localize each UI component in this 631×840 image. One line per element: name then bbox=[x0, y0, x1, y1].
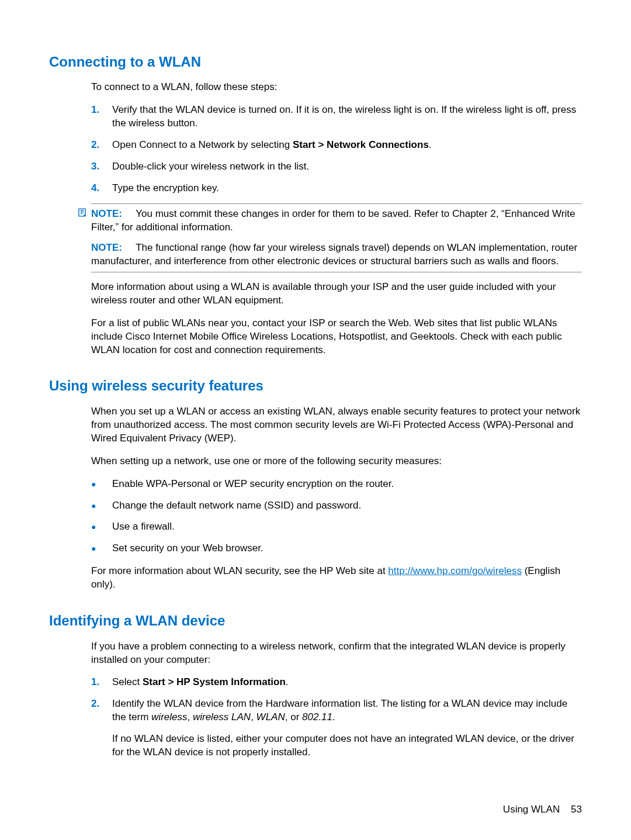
note-label: NOTE: bbox=[91, 208, 122, 219]
text: , bbox=[251, 711, 256, 723]
list-item: ● Set security on your Web browser. bbox=[91, 542, 582, 555]
step-number: 2. bbox=[91, 697, 112, 759]
text: Open Connect to a Network by selecting bbox=[112, 139, 293, 150]
list-item: 2. Identify the WLAN device from the Har… bbox=[91, 697, 582, 759]
text: . bbox=[286, 676, 289, 687]
step-text: Open Connect to a Network by selecting S… bbox=[112, 139, 582, 152]
list-item: 1. Verify that the WLAN device is turned… bbox=[91, 103, 582, 130]
note-text: You must commit these changes in order f… bbox=[91, 208, 575, 233]
step-text: Double-click your wireless network in th… bbox=[112, 160, 582, 174]
text: . bbox=[429, 139, 432, 150]
bullet-dot: ● bbox=[91, 499, 112, 513]
italic-text: wireless LAN bbox=[193, 711, 251, 723]
list-item: 2. Open Connect to a Network by selectin… bbox=[91, 139, 582, 152]
note-box: NOTE: You must commit these changes in o… bbox=[91, 203, 582, 272]
page-number: 53 bbox=[571, 804, 582, 815]
bold-text: Start > Network Connections bbox=[293, 139, 429, 150]
step-number: 4. bbox=[91, 182, 112, 195]
step-text: Type the encryption key. bbox=[112, 182, 582, 195]
section3-body: If you have a problem connecting to a wi… bbox=[91, 640, 582, 760]
text: For more information about WLAN security… bbox=[91, 565, 388, 576]
list-item: ● Use a firewall. bbox=[91, 520, 582, 534]
bullet-dot: ● bbox=[91, 542, 112, 555]
list-item: 4. Type the encryption key. bbox=[91, 182, 582, 195]
bullet-text: Change the default network name (SSID) a… bbox=[112, 499, 582, 513]
section1-body: To connect to a WLAN, follow these steps… bbox=[91, 81, 582, 357]
text: , or bbox=[285, 711, 302, 723]
step-number: 2. bbox=[91, 139, 112, 152]
bullet-list: ● Enable WPA-Personal or WEP security en… bbox=[91, 478, 582, 556]
list-item: ● Change the default network name (SSID)… bbox=[91, 499, 582, 513]
note-label: NOTE: bbox=[91, 242, 122, 253]
page-footer: Using WLAN 53 bbox=[503, 803, 582, 817]
heading-connecting: Connecting to a WLAN bbox=[49, 53, 582, 71]
paragraph: If you have a problem connecting to a wi… bbox=[91, 640, 582, 667]
text: Select bbox=[112, 676, 143, 687]
note-entry: NOTE: You must commit these changes in o… bbox=[91, 208, 582, 234]
step-text: Select Start > HP System Information. bbox=[112, 676, 582, 689]
bullet-dot: ● bbox=[91, 520, 112, 534]
bold-text: Start > HP System Information bbox=[143, 676, 286, 687]
text: . bbox=[332, 711, 335, 723]
paragraph: For a list of public WLANs near you, con… bbox=[91, 317, 582, 357]
bullet-text: Set security on your Web browser. bbox=[112, 542, 582, 555]
hp-wireless-link[interactable]: http://www.hp.com/go/wireless bbox=[388, 565, 522, 576]
list-item: ● Enable WPA-Personal or WEP security en… bbox=[91, 478, 582, 491]
note-entry: NOTE: The functional range (how far your… bbox=[91, 241, 582, 268]
step-text: Identify the WLAN device from the Hardwa… bbox=[112, 697, 582, 759]
bullet-text: Enable WPA-Personal or WEP security encr… bbox=[112, 478, 582, 491]
note-icon bbox=[77, 208, 91, 234]
note-text: The functional range (how far your wirel… bbox=[91, 242, 577, 267]
intro-text: To connect to a WLAN, follow these steps… bbox=[91, 81, 582, 94]
footer-text: Using WLAN bbox=[503, 804, 560, 815]
paragraph: For more information about WLAN security… bbox=[91, 565, 582, 592]
heading-identifying: Identifying a WLAN device bbox=[49, 611, 582, 630]
paragraph: When you set up a WLAN or access an exis… bbox=[91, 405, 582, 445]
paragraph: If no WLAN device is listed, either your… bbox=[112, 732, 582, 759]
list-item: 1. Select Start > HP System Information. bbox=[91, 676, 582, 689]
list-item: 3. Double-click your wireless network in… bbox=[91, 160, 582, 174]
step-number: 3. bbox=[91, 160, 112, 174]
document-page: Connecting to a WLAN To connect to a WLA… bbox=[0, 0, 631, 840]
paragraph: More information about using a WLAN is a… bbox=[91, 281, 582, 307]
italic-text: wireless bbox=[151, 711, 187, 723]
step-number: 1. bbox=[91, 676, 112, 689]
italic-text: WLAN bbox=[256, 711, 285, 723]
step-number: 1. bbox=[91, 103, 112, 130]
steps-list: 1. Verify that the WLAN device is turned… bbox=[91, 103, 582, 195]
italic-text: 802.11 bbox=[302, 711, 332, 723]
step-text: Verify that the WLAN device is turned on… bbox=[112, 103, 582, 130]
section2-body: When you set up a WLAN or access an exis… bbox=[91, 405, 582, 592]
bullet-text: Use a firewall. bbox=[112, 520, 582, 534]
bullet-dot: ● bbox=[91, 478, 112, 491]
text: , bbox=[188, 711, 193, 723]
heading-security: Using wireless security features bbox=[49, 376, 582, 395]
steps-list: 1. Select Start > HP System Information.… bbox=[91, 676, 582, 759]
paragraph: When setting up a network, use one or mo… bbox=[91, 455, 582, 468]
